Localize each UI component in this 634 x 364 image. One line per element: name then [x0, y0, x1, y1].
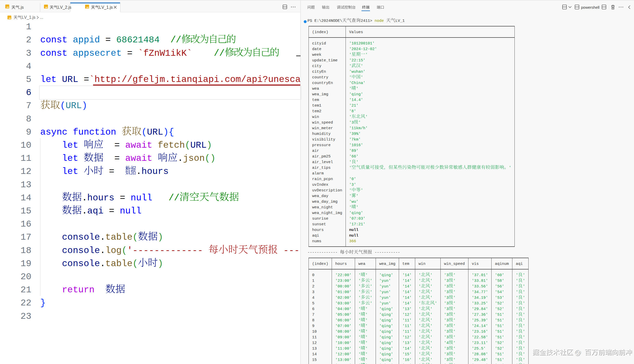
svg-text:JS: JS: [6, 6, 9, 8]
svg-text:JS: JS: [45, 6, 48, 9]
svg-text:JS: JS: [86, 6, 89, 9]
svg-text:JS: JS: [8, 17, 11, 20]
